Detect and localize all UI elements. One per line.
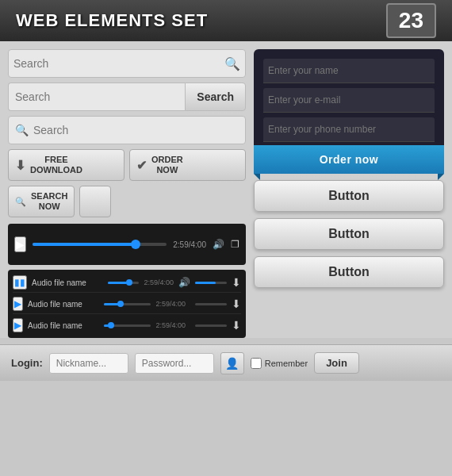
order-now-label: ORDERNOW xyxy=(151,155,183,175)
name-input[interactable] xyxy=(263,59,435,83)
audio-thumb-3 xyxy=(108,322,114,328)
left-column: 🔍 Search 🔍 ⬇ FREEDOWNLOAD ✔ ORDERNOW xyxy=(8,49,246,338)
search-button[interactable]: Search xyxy=(185,83,246,111)
email-input[interactable] xyxy=(263,88,435,113)
audio-vol-bar-2[interactable] xyxy=(195,303,227,305)
ribbon-right xyxy=(438,174,444,180)
volume-icon: 🔊 xyxy=(213,239,224,250)
audio-vol-bar-1[interactable] xyxy=(195,282,227,284)
audio-track-3: ▶ Audio file name 2:59/4:00 ⬇ xyxy=(13,316,241,335)
page-title: WEB ELEMENTS SET xyxy=(16,10,208,31)
audio-player-wrap: ▮▮ Audio file name 2:59/4:00 🔊 ⬇ ▶ Audio… xyxy=(8,270,246,338)
audio-thumb-1 xyxy=(126,279,132,286)
audio-name-1: Audio file name xyxy=(32,278,103,287)
remember-wrap: Remember xyxy=(251,358,308,369)
small-square-button[interactable] xyxy=(79,186,111,217)
right-column: Order now Button Button Button xyxy=(254,49,444,338)
right-button-2[interactable]: Button xyxy=(254,218,444,250)
free-download-button[interactable]: ⬇ FREEDOWNLOAD xyxy=(8,149,124,181)
button-row-2: 🔍 SEARCHNOW xyxy=(8,186,246,217)
audio-time-3: 2:59/4:00 xyxy=(155,321,186,329)
audio-time-1: 2:59/4:00 xyxy=(144,278,174,286)
audio-play-button-2[interactable]: ▶ xyxy=(13,297,23,311)
audio-progress-3[interactable] xyxy=(104,324,151,327)
free-download-label: FREEDOWNLOAD xyxy=(30,155,82,175)
audio-vol-bar-3[interactable] xyxy=(195,324,227,327)
search-bar-1: 🔍 xyxy=(8,49,246,78)
audio-download-1[interactable]: ⬇ xyxy=(232,276,241,289)
download-icon: ⬇ xyxy=(15,158,25,173)
order-btn-wrap: Order now xyxy=(254,145,444,174)
audio-name-3: Audio file name xyxy=(28,321,99,330)
fullscreen-icon[interactable]: ❐ xyxy=(231,239,239,250)
right-button-1[interactable]: Button xyxy=(254,180,444,212)
audio-download-2[interactable]: ⬇ xyxy=(232,298,241,310)
video-progress-bar[interactable] xyxy=(33,243,167,246)
audio-track-1: ▮▮ Audio file name 2:59/4:00 🔊 ⬇ xyxy=(13,273,241,293)
nickname-input[interactable] xyxy=(49,353,128,374)
right-button-3[interactable]: Button xyxy=(254,256,444,288)
main-content: 🔍 Search 🔍 ⬇ FREEDOWNLOAD ✔ ORDERNOW xyxy=(0,41,452,338)
audio-track-2: ▶ Audio file name 2:59/4:00 ⬇ xyxy=(13,294,241,314)
audio-progress-1[interactable] xyxy=(108,282,139,284)
search-now-label: SEARCHNOW xyxy=(31,191,67,212)
video-progress-thumb xyxy=(131,240,140,249)
search-icon-3: 🔍 xyxy=(15,124,29,136)
audio-thumb-2 xyxy=(117,301,124,307)
audio-download-3[interactable]: ⬇ xyxy=(232,319,241,332)
audio-play-button-3[interactable]: ▶ xyxy=(13,318,23,332)
audio-fill-2 xyxy=(104,303,118,305)
search-bar-3: 🔍 xyxy=(8,116,246,144)
search-icon-btn-1[interactable]: 🔍 xyxy=(224,56,240,71)
header-number: 23 xyxy=(386,3,436,38)
join-button[interactable]: Join xyxy=(314,352,359,374)
phone-input[interactable] xyxy=(263,117,435,142)
login-label: Login: xyxy=(11,357,43,369)
audio-progress-2[interactable] xyxy=(104,303,151,305)
audio-name-2: Audio file name xyxy=(28,300,99,309)
video-player: ▶ 2:59/4:00 🔊 ❐ xyxy=(8,224,246,265)
ribbon-left xyxy=(254,174,260,180)
bottom-login-bar: Login: 👤 Remember Join xyxy=(0,344,452,381)
search-bar-2-wrap: Search xyxy=(8,83,246,111)
audio-time-2: 2:59/4:00 xyxy=(155,300,186,308)
audio-fill-1 xyxy=(108,282,127,284)
checkmark-icon: ✔ xyxy=(136,158,147,173)
password-input[interactable] xyxy=(135,353,214,374)
audio-vol-fill-1 xyxy=(195,282,216,284)
search-input-2[interactable] xyxy=(8,83,185,111)
video-play-button[interactable]: ▶ xyxy=(14,236,26,252)
search-now-button[interactable]: 🔍 SEARCHNOW xyxy=(8,186,75,217)
form-panel: Order now xyxy=(254,49,444,174)
user-icon[interactable]: 👤 xyxy=(220,352,244,374)
remember-checkbox[interactable] xyxy=(251,358,262,369)
order-now-button[interactable]: ✔ ORDERNOW xyxy=(129,149,246,181)
search-now-icon: 🔍 xyxy=(15,197,26,207)
search-input-3[interactable] xyxy=(33,124,239,136)
video-progress-fill xyxy=(33,243,133,246)
order-now-form-button[interactable]: Order now xyxy=(254,145,444,174)
audio-volume-icon-1: 🔊 xyxy=(178,277,190,288)
search-input-1[interactable] xyxy=(13,57,224,70)
button-row-1: ⬇ FREEDOWNLOAD ✔ ORDERNOW xyxy=(8,149,246,181)
remember-label: Remember xyxy=(265,359,308,368)
audio-pause-button-1[interactable]: ▮▮ xyxy=(13,275,27,290)
video-time: 2:59/4:00 xyxy=(173,240,206,249)
header: WEB ELEMENTS SET 23 xyxy=(0,0,452,41)
